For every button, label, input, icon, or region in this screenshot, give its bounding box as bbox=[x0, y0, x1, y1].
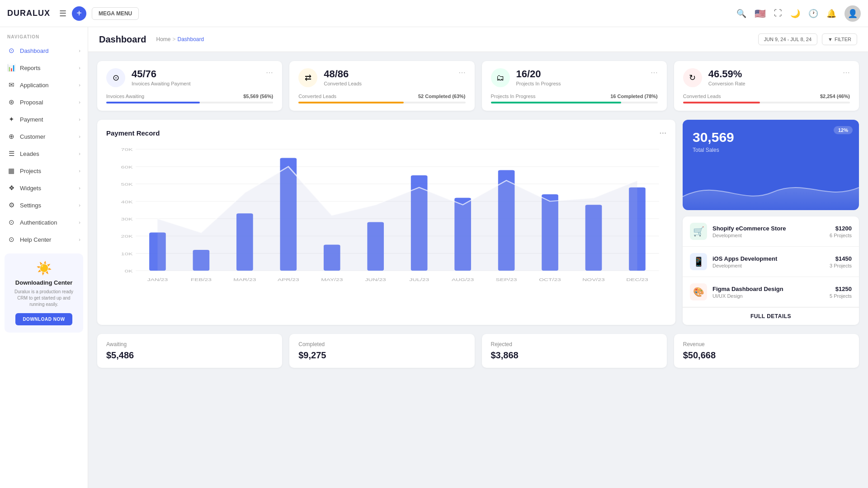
fullscreen-icon[interactable]: ⛶ bbox=[774, 9, 782, 18]
stat-label-projects: Projects In Progress bbox=[516, 81, 644, 86]
project-count-2: 5 Projects bbox=[830, 293, 852, 299]
sidebar-item-payment[interactable]: ✦ Payment › bbox=[0, 111, 88, 128]
svg-text:50K: 50K bbox=[121, 182, 133, 187]
bottom-stat-label-3: Revenue bbox=[683, 341, 850, 347]
project-amount-2: $1250 bbox=[830, 286, 852, 292]
nav-label: NAVIGATION bbox=[0, 27, 88, 42]
sidebar-item-label: Payment bbox=[20, 116, 43, 123]
sidebar-item-label: Dashboard bbox=[20, 47, 49, 54]
svg-text:FEB/23: FEB/23 bbox=[191, 277, 212, 282]
stat-options-invoices[interactable]: ⋯ bbox=[266, 68, 273, 77]
stat-options-leads[interactable]: ⋯ bbox=[458, 68, 466, 77]
sidebar-item-label: Reports bbox=[20, 65, 41, 71]
chevron-icon: › bbox=[79, 237, 80, 242]
mega-menu-button[interactable]: MEGA MENU bbox=[92, 7, 139, 20]
sidebar-item-label: Application bbox=[20, 82, 49, 89]
sidebar-item-authentication[interactable]: ⊙ Authentication › bbox=[0, 214, 88, 231]
chevron-icon: › bbox=[79, 202, 80, 208]
right-panel: 12% 30,569 Total Sales bbox=[683, 120, 859, 325]
chevron-icon: › bbox=[79, 65, 80, 70]
stat-bar-bg-projects bbox=[491, 102, 658, 103]
filter-label: FILTER bbox=[835, 37, 851, 42]
avatar[interactable]: 👤 bbox=[844, 5, 861, 22]
flag-icon[interactable]: 🇺🇸 bbox=[755, 8, 766, 19]
stat-info-invoices: 45/76 Invoices Awaiting Payment bbox=[132, 68, 259, 86]
proposal-icon: ⊛ bbox=[7, 98, 15, 106]
stat-icon-projects: 🗂 bbox=[491, 68, 510, 87]
project-name-1: iOS Apps Development bbox=[712, 255, 830, 262]
sidebar-item-proposal[interactable]: ⊛ Proposal › bbox=[0, 94, 88, 111]
download-center: ☀️ Downloading Center Duralux is a produ… bbox=[5, 253, 83, 333]
filter-icon: ▼ bbox=[828, 37, 833, 42]
stat-value-conversion: 46.59% bbox=[708, 68, 836, 80]
project-item-0[interactable]: 🛒 Shopify eCommerce Store Development $1… bbox=[683, 216, 859, 247]
stat-options-conversion[interactable]: ⋯ bbox=[843, 68, 850, 77]
sidebar-item-projects[interactable]: ▦ Projects › bbox=[0, 162, 88, 179]
sidebar: NAVIGATION ⊙ Dashboard › 📊 Reports › ✉ A… bbox=[0, 27, 88, 488]
bottom-stat-1: Completed $9,275 bbox=[289, 334, 474, 368]
sidebar-item-label: Authentication bbox=[20, 219, 57, 226]
project-name-0: Shopify eCommerce Store bbox=[712, 225, 830, 232]
stat-bar-fill-invoices bbox=[106, 102, 200, 103]
breadcrumb-home[interactable]: Home bbox=[156, 36, 170, 42]
bottom-stats-row: Awaiting $5,486 Completed $9,275 Rejecte… bbox=[97, 334, 859, 368]
chevron-icon: › bbox=[79, 151, 80, 156]
stat-value-projects: 16/20 bbox=[516, 68, 644, 80]
full-details-button[interactable]: FULL DETAILS bbox=[683, 307, 859, 325]
content-area: ⊙ 45/76 Invoices Awaiting Payment ⋯ Invo… bbox=[88, 52, 868, 377]
topbar-right: 🔍 🇺🇸 ⛶ 🌙 🕐 🔔 👤 bbox=[736, 5, 861, 22]
stat-bar-label-invoices: Invoices Awaiting bbox=[106, 94, 144, 99]
sidebar-item-customer[interactable]: ⊕ Customer › bbox=[0, 128, 88, 145]
svg-text:20K: 20K bbox=[121, 234, 133, 239]
auth-icon: ⊙ bbox=[7, 218, 15, 226]
chevron-icon: › bbox=[79, 185, 80, 191]
stat-bar-val-conversion: $2,254 (46%) bbox=[820, 94, 850, 99]
project-amount-0: $1200 bbox=[830, 225, 852, 232]
app-logo: DURALUX bbox=[7, 9, 50, 18]
stat-cards-row: ⊙ 45/76 Invoices Awaiting Payment ⋯ Invo… bbox=[97, 61, 859, 111]
search-icon[interactable]: 🔍 bbox=[736, 9, 746, 19]
project-icon-2: 🎨 bbox=[690, 283, 707, 300]
bottom-stat-3: Revenue $50,668 bbox=[674, 334, 859, 368]
sidebar-item-dashboard[interactable]: ⊙ Dashboard › bbox=[0, 42, 88, 59]
sidebar-item-reports[interactable]: 📊 Reports › bbox=[0, 59, 88, 76]
sidebar-item-help-center[interactable]: ⊙ Help Center › bbox=[0, 231, 88, 248]
total-sales-wave bbox=[683, 165, 859, 210]
project-type-1: Development bbox=[712, 263, 830, 268]
sidebar-item-leades[interactable]: ☰ Leades › bbox=[0, 145, 88, 162]
download-now-button[interactable]: DOWNLOAD NOW bbox=[15, 313, 72, 325]
stat-options-projects[interactable]: ⋯ bbox=[651, 68, 658, 77]
notification-icon[interactable]: 🔔 bbox=[826, 9, 836, 19]
chevron-icon: › bbox=[79, 220, 80, 225]
sidebar-item-label: Leades bbox=[20, 150, 39, 157]
project-count-1: 3 Projects bbox=[830, 263, 852, 268]
hamburger-icon[interactable]: ☰ bbox=[59, 9, 66, 19]
bottom-row: Payment Record ⋯ 70K60K50K40K30K20K10K0K… bbox=[97, 120, 859, 325]
history-icon[interactable]: 🕐 bbox=[808, 9, 818, 19]
sidebar-item-widgets[interactable]: ❖ Widgets › bbox=[0, 179, 88, 197]
breadcrumb-sep: > bbox=[172, 36, 175, 42]
add-button[interactable]: + bbox=[72, 6, 86, 21]
project-item-1[interactable]: 📱 iOS Apps Development Development $1450… bbox=[683, 247, 859, 277]
bottom-stat-value-2: $3,868 bbox=[491, 350, 658, 361]
stat-label-invoices: Invoices Awaiting Payment bbox=[132, 81, 259, 86]
stat-bar-val-leads: 52 Completed (63%) bbox=[418, 94, 466, 99]
stat-card-projects: 🗂 16/20 Projects In Progress ⋯ Projects … bbox=[482, 61, 667, 111]
chevron-icon: › bbox=[79, 99, 80, 105]
svg-text:SEP/23: SEP/23 bbox=[496, 277, 517, 282]
application-icon: ✉ bbox=[7, 81, 15, 89]
svg-text:OCT/23: OCT/23 bbox=[539, 277, 561, 282]
filter-button[interactable]: ▼ FILTER bbox=[822, 33, 857, 45]
stat-bar-bg-invoices bbox=[106, 102, 273, 103]
header-right: JUN 9, 24 - JUL 8, 24 ▼ FILTER bbox=[758, 33, 857, 45]
bottom-stat-label-0: Awaiting bbox=[106, 341, 273, 347]
project-info-1: iOS Apps Development Development bbox=[712, 255, 830, 268]
date-range-picker[interactable]: JUN 9, 24 - JUL 8, 24 bbox=[758, 33, 817, 45]
bottom-stat-2: Rejected $3,868 bbox=[482, 334, 667, 368]
theme-icon[interactable]: 🌙 bbox=[790, 9, 800, 19]
project-item-2[interactable]: 🎨 Figma Dashboard Design UI/UX Design $1… bbox=[683, 277, 859, 307]
sidebar-item-settings[interactable]: ⚙ Settings › bbox=[0, 197, 88, 214]
chart-options-icon[interactable]: ⋯ bbox=[659, 129, 666, 137]
total-sales-card: 12% 30,569 Total Sales bbox=[683, 120, 859, 210]
sidebar-item-application[interactable]: ✉ Application › bbox=[0, 76, 88, 94]
